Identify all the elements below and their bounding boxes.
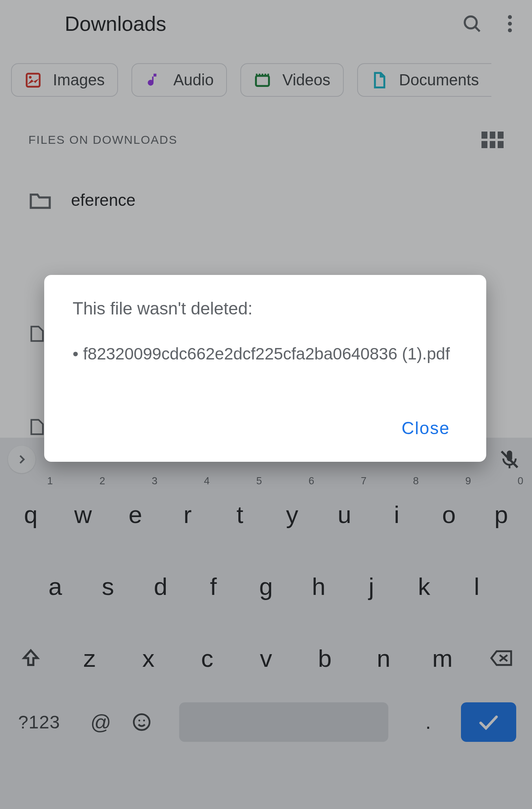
dialog-item: f82320099cdc662e2dcf225cfa2ba0640836 (1)… <box>73 342 458 366</box>
dialog-title: This file wasn't deleted: <box>73 299 458 318</box>
dialog-body: f82320099cdc662e2dcf225cfa2ba0640836 (1)… <box>73 342 458 366</box>
delete-error-dialog: This file wasn't deleted: f82320099cdc66… <box>44 275 486 462</box>
close-button[interactable]: Close <box>394 414 458 443</box>
